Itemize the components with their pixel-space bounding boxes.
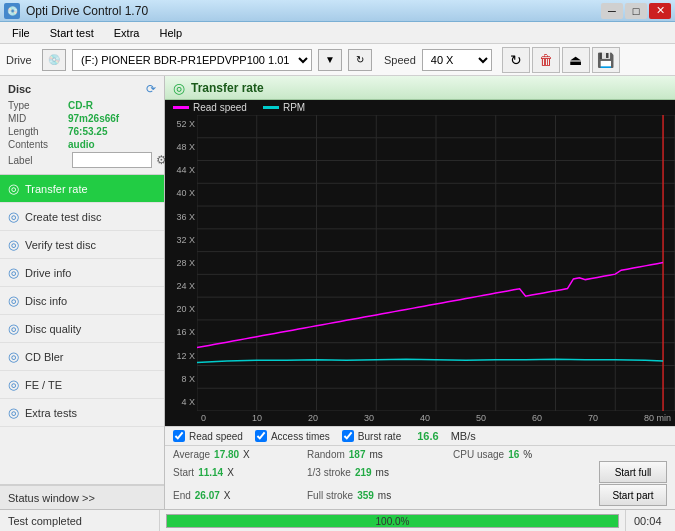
x-label-60: 60 xyxy=(532,413,542,423)
x-label-80: 80 min xyxy=(644,413,671,423)
disc-label-input[interactable] xyxy=(72,152,152,168)
end-unit: X xyxy=(224,490,231,501)
burst-rate-value: 16.6 xyxy=(417,430,438,442)
read-speed-checkbox-label[interactable]: Read speed xyxy=(173,430,243,442)
disc-contents-label: Contents xyxy=(8,139,68,150)
drive-refresh-btn[interactable]: ↻ xyxy=(348,49,372,71)
canvas-container xyxy=(197,115,675,411)
menu-file[interactable]: File xyxy=(4,25,38,41)
status-window-button[interactable]: Status window >> xyxy=(0,485,164,509)
y-label-40: 40 X xyxy=(167,188,195,198)
y-label-48: 48 X xyxy=(167,142,195,152)
nav-create-test-disc[interactable]: ◎ Create test disc xyxy=(0,203,164,231)
panel-title: Transfer rate xyxy=(191,81,264,95)
chart-area: Read speed RPM 52 X 48 X 44 X 40 X 36 X … xyxy=(165,100,675,426)
burst-rate-checkbox-label[interactable]: Burst rate xyxy=(342,430,401,442)
x-label-70: 70 xyxy=(588,413,598,423)
statusbar: Test completed 100.0% 00:04 xyxy=(0,509,675,531)
fullstroke-unit: ms xyxy=(378,490,391,501)
x-label-30: 30 xyxy=(364,413,374,423)
right-panel: ◎ Transfer rate Read speed RPM 52 X xyxy=(165,76,675,509)
drive-select[interactable]: (F:) PIONEER BDR-PR1EPDVPP100 1.01 xyxy=(72,49,312,71)
nav-extra-tests-label: Extra tests xyxy=(25,407,77,419)
disc-mid-value: 97m26s66f xyxy=(68,113,119,124)
nav-verify-test-label: Verify test disc xyxy=(25,239,96,251)
fullstroke-label: Full stroke xyxy=(307,490,353,501)
erase-icon-btn[interactable]: 🗑 xyxy=(532,47,560,73)
eject-icon-btn[interactable]: ⏏ xyxy=(562,47,590,73)
nav-transfer-rate-label: Transfer rate xyxy=(25,183,88,195)
app-icon: 💿 xyxy=(4,3,20,19)
random-unit: ms xyxy=(370,449,383,460)
drivebar: Drive 💿 (F:) PIONEER BDR-PR1EPDVPP100 1.… xyxy=(0,44,675,76)
progress-bar-bg: 100.0% xyxy=(166,514,619,528)
sidebar-nav: ◎ Transfer rate ◎ Create test disc ◎ Ver… xyxy=(0,175,164,484)
drive-arrow-btn[interactable]: ▼ xyxy=(318,49,342,71)
panel-header: ◎ Transfer rate xyxy=(165,76,675,100)
average-row: Average 17.80 X xyxy=(173,449,303,460)
status-text: Test completed xyxy=(0,510,160,531)
end-label: End xyxy=(173,490,191,501)
disc-section-title: Disc xyxy=(8,83,31,95)
disc-length-label: Length xyxy=(8,126,68,137)
burst-rate-checkbox[interactable] xyxy=(342,430,354,442)
checkboxes-row: Read speed Access times Burst rate 16.6 … xyxy=(165,426,675,446)
nav-disc-quality[interactable]: ◎ Disc quality xyxy=(0,315,164,343)
close-button[interactable]: ✕ xyxy=(649,3,671,19)
chart-legend: Read speed RPM xyxy=(165,100,675,115)
start-part-button[interactable]: Start part xyxy=(599,484,667,506)
nav-disc-info[interactable]: ◎ Disc info xyxy=(0,287,164,315)
y-label-44: 44 X xyxy=(167,165,195,175)
extra-tests-icon: ◎ xyxy=(8,405,19,420)
access-times-checkbox-label[interactable]: Access times xyxy=(255,430,330,442)
average-value: 17.80 xyxy=(214,449,239,460)
average-unit: X xyxy=(243,449,250,460)
nav-transfer-rate[interactable]: ◎ Transfer rate xyxy=(0,175,164,203)
menu-start-test[interactable]: Start test xyxy=(42,25,102,41)
menubar: File Start test Extra Help xyxy=(0,22,675,44)
stats-section: Read speed Access times Burst rate 16.6 … xyxy=(165,426,675,509)
onethird-label: 1/3 stroke xyxy=(307,467,351,478)
chart-canvas xyxy=(197,115,675,411)
refresh-icon-btn[interactable]: ↻ xyxy=(502,47,530,73)
access-times-checkbox[interactable] xyxy=(255,430,267,442)
y-label-24: 24 X xyxy=(167,281,195,291)
nav-cd-bler[interactable]: ◎ CD Bler xyxy=(0,343,164,371)
nav-extra-tests[interactable]: ◎ Extra tests xyxy=(0,399,164,427)
read-speed-checkbox-text: Read speed xyxy=(189,431,243,442)
speed-label: Speed xyxy=(384,54,416,66)
end-row: End 26.07 X xyxy=(173,490,303,501)
titlebar: 💿 Opti Drive Control 1.70 ─ □ ✕ xyxy=(0,0,675,22)
fe-te-icon: ◎ xyxy=(8,377,19,392)
drive-label: Drive xyxy=(6,54,36,66)
y-label-36: 36 X xyxy=(167,212,195,222)
chart-with-labels: 52 X 48 X 44 X 40 X 36 X 32 X 28 X 24 X … xyxy=(165,115,675,411)
random-label: Random xyxy=(307,449,345,460)
y-label-4: 4 X xyxy=(167,397,195,407)
nav-fe-te-label: FE / TE xyxy=(25,379,62,391)
start-unit: X xyxy=(227,467,234,478)
app-title: Opti Drive Control 1.70 xyxy=(26,4,148,18)
random-value: 187 xyxy=(349,449,366,460)
maximize-button[interactable]: □ xyxy=(625,3,647,19)
start-value: 11.14 xyxy=(198,467,223,478)
onethird-value: 219 xyxy=(355,467,372,478)
nav-fe-te[interactable]: ◎ FE / TE xyxy=(0,371,164,399)
y-label-32: 32 X xyxy=(167,235,195,245)
menu-extra[interactable]: Extra xyxy=(106,25,148,41)
nav-verify-test-disc[interactable]: ◎ Verify test disc xyxy=(0,231,164,259)
x-label-50: 50 xyxy=(476,413,486,423)
average-label: Average xyxy=(173,449,210,460)
nav-drive-info[interactable]: ◎ Drive info xyxy=(0,259,164,287)
start-full-button[interactable]: Start full xyxy=(599,461,667,483)
disc-contents-value: audio xyxy=(68,139,95,150)
speed-select[interactable]: 40 X 8 X 16 X 24 X 32 X 48 X 52 X xyxy=(422,49,492,71)
read-speed-checkbox[interactable] xyxy=(173,430,185,442)
disc-arrow-icon[interactable]: ⟳ xyxy=(146,82,156,96)
save-icon-btn[interactable]: 💾 xyxy=(592,47,620,73)
burst-rate-unit: MB/s xyxy=(451,430,476,442)
burst-rate-checkbox-text: Burst rate xyxy=(358,431,401,442)
panel-header-icon: ◎ xyxy=(173,80,185,96)
minimize-button[interactable]: ─ xyxy=(601,3,623,19)
menu-help[interactable]: Help xyxy=(151,25,190,41)
